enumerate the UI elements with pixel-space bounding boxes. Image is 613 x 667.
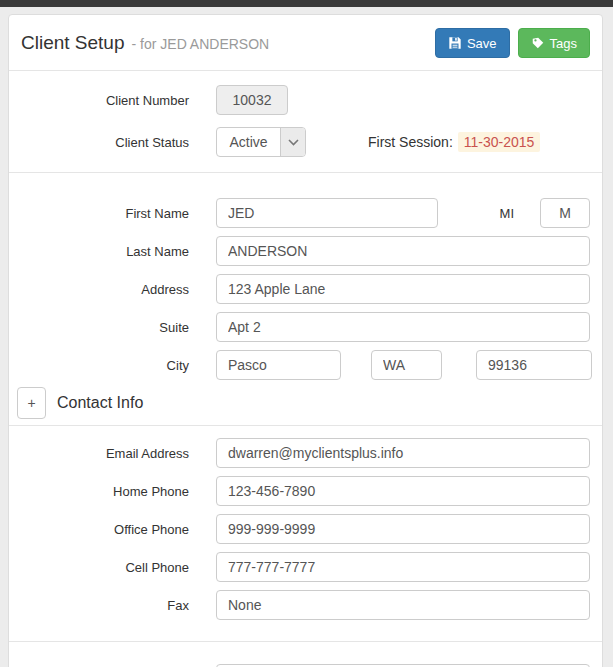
first-session-date: 11-30-2015 [458,132,541,152]
office-phone-field[interactable] [216,514,590,544]
floppy-save-icon [448,36,462,50]
fax-field[interactable] [216,590,590,620]
address-field[interactable] [216,274,590,304]
card-header: Client Setup - for JED ANDERSON Save [9,15,602,71]
cell-phone-row: Cell Phone [21,552,590,582]
middle-initial-field[interactable] [540,198,590,228]
chevron-down-icon [280,128,305,156]
first-name-label: First Name [21,206,216,221]
client-number-row: Client Number [21,85,590,115]
last-name-row: Last Name [21,236,590,266]
save-button-label: Save [467,36,497,51]
page-subtitle: - for JED ANDERSON [132,36,270,52]
address-row: Address [21,274,590,304]
home-phone-label: Home Phone [21,484,216,499]
client-number-field [216,85,288,115]
office-phone-label: Office Phone [21,522,216,537]
office-phone-row: Office Phone [21,514,590,544]
client-status-row: Client Status Active First Session: 11-3… [21,127,590,157]
page-title: Client Setup [21,32,125,54]
client-status-value: Active [217,128,280,156]
last-name-field[interactable] [216,236,590,266]
save-button[interactable]: Save [435,28,510,58]
fax-row: Fax [21,590,590,620]
name-address-section: First Name MI Last Name Address Suite Ci… [9,173,602,382]
first-name-row: First Name MI [21,198,590,228]
client-setup-card: Client Setup - for JED ANDERSON Save [8,14,603,667]
client-status-label: Client Status [21,135,216,150]
email-label: Email Address [21,446,216,461]
email-row: Email Address [21,438,590,468]
title-wrap: Client Setup - for JED ANDERSON [21,32,269,54]
state-field[interactable] [371,350,442,380]
address-label: Address [21,282,216,297]
cell-phone-label: Cell Phone [21,560,216,575]
city-row: City [21,350,590,380]
fax-label: Fax [21,598,216,613]
suite-label: Suite [21,320,216,335]
city-label: City [21,358,216,373]
home-phone-field[interactable] [216,476,590,506]
contact-section: Email Address Home Phone Office Phone Ce… [9,425,602,642]
last-name-label: Last Name [21,244,216,259]
home-phone-row: Home Phone [21,476,590,506]
zip-field[interactable] [476,350,592,380]
contact-info-title: Contact Info [57,394,143,412]
client-status-select[interactable]: Active [216,127,306,157]
first-name-field[interactable] [216,198,438,228]
tags-button[interactable]: Tags [518,28,590,58]
first-session: First Session: 11-30-2015 [368,132,540,152]
header-buttons: Save Tags [435,28,590,58]
city-field[interactable] [216,350,341,380]
mi-label: MI [500,206,540,221]
contact-info-expander: + Contact Info [9,382,602,425]
email-field[interactable] [216,438,590,468]
suite-field[interactable] [216,312,590,342]
expand-contact-info-button[interactable]: + [17,387,46,419]
tag-icon [531,36,545,50]
first-session-label: First Session: [368,134,453,150]
suite-row: Suite [21,312,590,342]
cell-phone-field[interactable] [216,552,590,582]
identity-section: Client Number Client Status Active First… [9,71,602,173]
ssn-section: SSN or ID# [9,642,602,667]
client-number-label: Client Number [21,93,216,108]
top-window-bar [0,0,613,7]
tags-button-label: Tags [550,36,577,51]
